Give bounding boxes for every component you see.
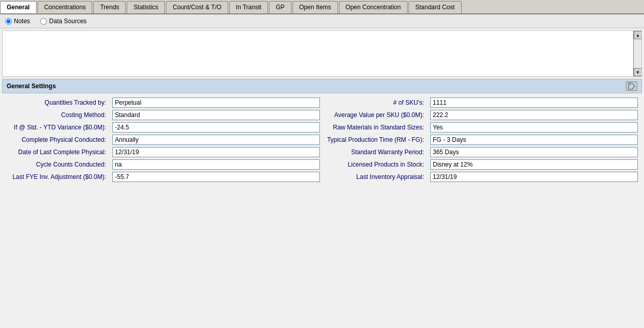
input-avg-value-per-sku[interactable] xyxy=(430,110,638,120)
row-costing-method: Costing Method: xyxy=(6,110,320,120)
input-num-skus[interactable] xyxy=(430,97,638,108)
row-warranty-period: Standard Warranty Period: xyxy=(324,147,638,157)
label-ytd-variance: If @ Std. - YTD Variance ($0.0M): xyxy=(6,124,109,131)
svg-marker-0 xyxy=(629,83,635,89)
tab-gp[interactable]: GP xyxy=(269,1,291,13)
notes-radio-label[interactable]: Notes xyxy=(5,18,30,25)
row-num-skus: # of SKU's: xyxy=(324,97,638,108)
row-complete-physical: Complete Physical Conducted: xyxy=(6,135,320,145)
tab-trends[interactable]: Trends xyxy=(93,1,126,13)
label-warranty-period: Standard Warranty Period: xyxy=(324,149,427,156)
tab-in-transit[interactable]: In Transit xyxy=(229,1,268,13)
row-last-complete-physical: Date of Last Complete Physical: xyxy=(6,147,320,157)
label-last-appraisal: Last Inventory Appraisal: xyxy=(324,173,427,181)
radio-bar: Notes Data Sources xyxy=(0,14,644,28)
input-raw-materials[interactable] xyxy=(430,122,638,133)
label-avg-value-per-sku: Average Value per SKU ($0.0M): xyxy=(324,111,427,119)
data-sources-radio[interactable] xyxy=(40,18,47,25)
label-raw-materials: Raw Materials in Standard Sizes: xyxy=(324,124,427,131)
scroll-up-btn[interactable]: ▲ xyxy=(634,31,642,39)
data-sources-label: Data Sources xyxy=(49,18,87,25)
general-settings-header: General Settings xyxy=(2,79,642,93)
notes-radio[interactable] xyxy=(5,18,12,25)
form-left-col: Quantities Tracked by: Costing Method: I… xyxy=(4,95,322,184)
label-quantities-tracked: Quantities Tracked by: xyxy=(6,99,109,106)
section-title: General Settings xyxy=(7,83,56,90)
label-num-skus: # of SKU's: xyxy=(324,99,427,106)
label-last-complete-physical: Date of Last Complete Physical: xyxy=(6,149,109,156)
input-warranty-period[interactable] xyxy=(430,147,638,157)
scroll-track xyxy=(634,39,641,68)
scrollbar-vertical[interactable]: ▲ ▼ xyxy=(633,31,641,76)
input-ytd-variance[interactable] xyxy=(112,122,320,133)
tab-general[interactable]: General xyxy=(0,1,37,13)
notes-text-area[interactable]: ▲ ▼ xyxy=(2,30,642,77)
tab-statistics[interactable]: Statistics xyxy=(127,1,165,13)
label-last-fye-adjustment: Last FYE Inv. Adjustment ($0.0M): xyxy=(6,173,109,181)
tab-concentrations[interactable]: Concentrations xyxy=(38,1,93,13)
row-raw-materials: Raw Materials in Standard Sizes: xyxy=(324,122,638,133)
scroll-down-btn[interactable]: ▼ xyxy=(634,68,642,76)
row-production-time: Typical Production Time (RM - FG): xyxy=(324,135,638,145)
row-last-fye-adjustment: Last FYE Inv. Adjustment ($0.0M): xyxy=(6,172,320,182)
data-sources-radio-label[interactable]: Data Sources xyxy=(40,18,87,25)
notes-label: Notes xyxy=(14,18,30,25)
row-ytd-variance: If @ Std. - YTD Variance ($0.0M): xyxy=(6,122,320,133)
input-licensed-products[interactable] xyxy=(430,159,638,170)
label-costing-method: Costing Method: xyxy=(6,111,109,119)
label-production-time: Typical Production Time (RM - FG): xyxy=(324,136,427,143)
input-last-appraisal[interactable] xyxy=(430,172,638,182)
input-last-fye-adjustment[interactable] xyxy=(112,172,320,182)
tag-button[interactable] xyxy=(626,81,637,91)
label-licensed-products: Licensed Products in Stock: xyxy=(324,161,427,168)
form-grid: Quantities Tracked by: Costing Method: I… xyxy=(4,95,640,184)
input-quantities-tracked[interactable] xyxy=(112,97,320,108)
input-last-complete-physical[interactable] xyxy=(112,147,320,157)
row-last-appraisal: Last Inventory Appraisal: xyxy=(324,172,638,182)
row-avg-value-per-sku: Average Value per SKU ($0.0M): xyxy=(324,110,638,120)
main-container: General Concentrations Trends Statistics… xyxy=(0,0,644,184)
tab-open-items[interactable]: Open Items xyxy=(293,1,338,13)
svg-point-1 xyxy=(630,84,631,85)
tag-icon xyxy=(628,83,635,90)
row-licensed-products: Licensed Products in Stock: xyxy=(324,159,638,170)
label-cycle-counts: Cycle Counts Conducted: xyxy=(6,161,109,168)
row-cycle-counts: Cycle Counts Conducted: xyxy=(6,159,320,170)
tabs-bar: General Concentrations Trends Statistics… xyxy=(0,0,644,14)
input-costing-method[interactable] xyxy=(112,110,320,120)
tab-standard-cost[interactable]: Standard Cost xyxy=(409,1,462,13)
row-quantities-tracked: Quantities Tracked by: xyxy=(6,97,320,108)
input-production-time[interactable] xyxy=(430,135,638,145)
tab-open-concentration[interactable]: Open Concentration xyxy=(339,1,408,13)
input-complete-physical[interactable] xyxy=(112,135,320,145)
tab-count-cost[interactable]: Count/Cost & T/O xyxy=(166,1,228,13)
label-complete-physical: Complete Physical Conducted: xyxy=(6,136,109,143)
input-cycle-counts[interactable] xyxy=(112,159,320,170)
form-right-col: # of SKU's: Average Value per SKU ($0.0M… xyxy=(322,95,640,184)
